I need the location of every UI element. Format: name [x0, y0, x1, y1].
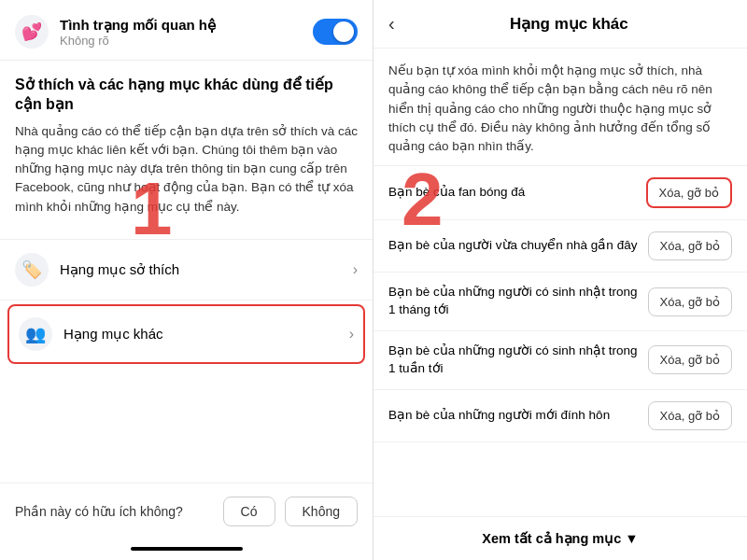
group-icon: 👥 — [19, 317, 52, 351]
remove-button-0[interactable]: Xóa, gỡ bỏ — [646, 177, 732, 208]
left-description: Sở thích và các hạng mục khác dùng để ti… — [0, 61, 373, 231]
view-all-label: Xem tất cả hạng mục ▼ — [482, 531, 638, 546]
item-text-3: Bạn bè của những người có sinh nhật tron… — [388, 343, 639, 378]
feedback-no-button[interactable]: Không — [285, 497, 358, 526]
menu-items-container: 🏷️ Hạng mục sở thích › 👥 Hạng mục khác ›… — [0, 239, 373, 368]
left-panel: 💕 Tình trạng mối quan hệ Không rõ Sở thí… — [0, 0, 374, 560]
table-row: Bạn bè của những người có sinh nhật tron… — [374, 331, 747, 390]
items-list: 2 Bạn bè của fan bóng đá Xóa, gỡ bỏ Bạn … — [374, 166, 747, 516]
home-indicator — [131, 547, 243, 551]
relationship-subtitle: Không rõ — [60, 34, 216, 48]
item-text-1: Bạn bè của người vừa chuyển nhà gần đây — [388, 237, 639, 255]
item-text-2: Bạn bè của những người có sinh nhật tron… — [388, 284, 639, 319]
feedback-bar: Phần này có hữu ích không? Có Không — [0, 483, 373, 539]
right-description-text: Nếu bạn tự xóa mình khỏi một hạng mục sở… — [388, 62, 732, 156]
table-row: 2 Bạn bè của fan bóng đá Xóa, gỡ bỏ — [374, 166, 747, 220]
menu-item-other-label: Hạng mục khác — [63, 326, 338, 343]
remove-button-3[interactable]: Xóa, gỡ bỏ — [648, 345, 732, 374]
description-body: Nhà quảng cáo có thể tiếp cận bạn dựa tr… — [15, 122, 358, 217]
view-all-button[interactable]: Xem tất cả hạng mục ▼ — [374, 516, 747, 560]
feedback-question: Phần này có hữu ích không? — [15, 504, 214, 519]
tag-icon: 🏷️ — [15, 253, 49, 287]
back-button[interactable]: ‹ — [388, 13, 395, 35]
right-description-container: Nếu bạn tự xóa mình khỏi một hạng mục sở… — [374, 49, 747, 166]
relationship-title: Tình trạng mối quan hệ — [60, 17, 216, 34]
relationship-status-row: 💕 Tình trạng mối quan hệ Không rõ — [0, 0, 373, 61]
table-row: Bạn bè của người vừa chuyển nhà gần đây … — [374, 220, 747, 273]
right-panel: ‹ Hạng mục khác Nếu bạn tự xóa mình khỏi… — [374, 0, 747, 560]
right-header: ‹ Hạng mục khác — [374, 0, 747, 49]
description-title: Sở thích và các hạng mục khác dùng để ti… — [15, 76, 358, 115]
item-text-4: Bạn bè của những người mới đính hôn — [388, 407, 639, 425]
remove-button-4[interactable]: Xóa, gỡ bỏ — [648, 401, 732, 430]
item-text-0: Bạn bè của fan bóng đá — [388, 184, 637, 202]
table-row: Bạn bè của những người mới đính hôn Xóa,… — [374, 390, 747, 442]
chevron-icon: › — [353, 261, 358, 278]
relationship-toggle[interactable] — [313, 19, 358, 45]
table-row: Bạn bè của những người có sinh nhật tron… — [374, 273, 747, 331]
heart-icon: 💕 — [15, 15, 49, 49]
chevron-icon-2: › — [349, 326, 354, 343]
menu-item-interests[interactable]: 🏷️ Hạng mục sở thích › — [0, 239, 373, 301]
remove-button-2[interactable]: Xóa, gỡ bỏ — [648, 287, 732, 316]
feedback-yes-button[interactable]: Có — [223, 497, 275, 526]
menu-item-interests-label: Hạng mục sở thích — [60, 261, 342, 278]
right-panel-title: Hạng mục khác — [406, 14, 732, 34]
menu-item-other[interactable]: 👥 Hạng mục khác › — [7, 304, 365, 364]
remove-button-1[interactable]: Xóa, gỡ bỏ — [648, 231, 732, 260]
